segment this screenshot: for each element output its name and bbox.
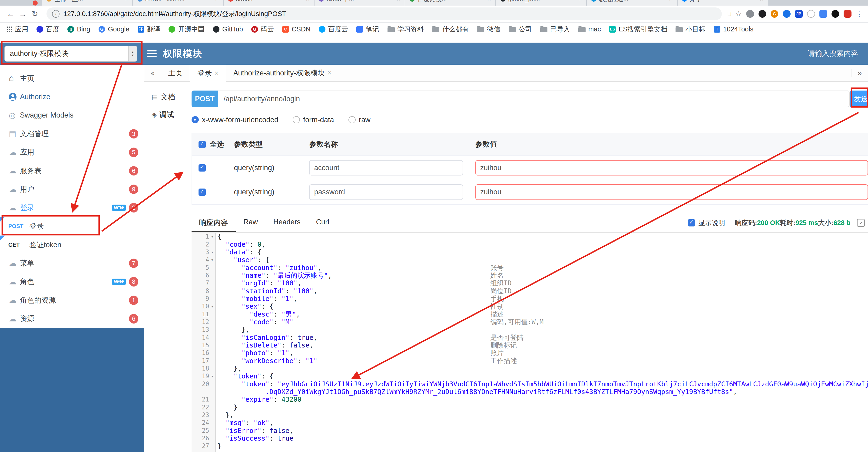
extension-icon-5[interactable] [807,10,815,18]
tab-close-icon[interactable]: × [306,0,309,3]
content-tab[interactable]: Authorize-authority-权限模块× [226,65,339,81]
bookmark-item[interactable]: 小目标 [676,25,706,34]
tab-close-icon[interactable]: × [215,69,218,77]
back-button[interactable] [4,9,17,19]
profile-avatar[interactable] [844,10,851,18]
site-info-icon[interactable]: i [52,10,60,18]
rail-item-调试[interactable]: ◈调试 [144,106,186,123]
fold-arrow-icon[interactable]: ▾ [209,303,215,310]
response-tab-Curl[interactable]: Curl [308,214,337,232]
sidebar-item-应用[interactable]: ☁应用5 [0,143,144,162]
sidebar-item-资源[interactable]: ☁资源6 [0,310,144,328]
bookmark-star-icon[interactable] [736,9,742,18]
forward-button[interactable] [17,9,29,19]
sidebar-item-Swagger Models[interactable]: ◎Swagger Models [0,106,144,124]
fold-arrow-icon[interactable]: ▾ [209,233,215,241]
row-checkbox[interactable] [198,164,206,172]
sidebar-endpoint-post[interactable]: POST登录 [0,217,144,235]
content-type-option[interactable]: raw [348,116,371,124]
sidebar-item-用户[interactable]: ☁用户9 [0,180,144,199]
sidebar-item-角色的资源[interactable]: ☁角色的资源1 [0,291,144,309]
tab-close-icon[interactable]: × [578,0,582,3]
bookmark-item[interactable]: 开源中国 [168,25,205,34]
bookmark-item[interactable]: mac [578,25,601,33]
browser-menu-icon[interactable] [856,10,863,18]
url-field[interactable]: i 127.0.0.1:8760/api/gate/doc.html#/auth… [46,7,722,20]
content-type-option[interactable]: form-data [293,116,334,124]
param-name-input[interactable] [309,160,463,176]
traffic-light-close-button[interactable] [33,0,38,5]
reload-button[interactable] [29,9,41,19]
extension-icon-3[interactable]: G [771,10,778,18]
radio-icon[interactable] [348,116,356,123]
extension-icon-4[interactable] [783,10,790,18]
bookmark-item[interactable]: 学习资料 [388,25,424,34]
show-desc-checkbox[interactable] [688,219,695,226]
select-all-checkbox[interactable] [198,141,206,148]
rail-item-文档[interactable]: ▤文档 [144,88,186,106]
sidebar-item-菜单[interactable]: ☁菜单7 [0,254,144,272]
bookmark-item[interactable]: 百度云 [319,25,348,34]
row-checkbox[interactable] [198,189,206,196]
bookmark-item[interactable]: bBing [67,25,90,33]
content-tab[interactable]: 主页 [161,65,190,81]
response-tab-Raw[interactable]: Raw [236,214,266,232]
browser-tab[interactable]: Node 平...× [314,0,405,6]
bookmark-item[interactable]: CCSDN [282,25,310,33]
bookmark-item[interactable]: G码云 [251,25,274,34]
extension-icon-2[interactable] [758,10,766,18]
extension-icon-jp[interactable]: JP [795,10,803,18]
extension-icon-1[interactable] [746,10,754,18]
browser-tab[interactable]: 极光推送...× [587,0,677,6]
bookmark-item[interactable]: 笔记 [356,25,379,34]
bookmark-item[interactable]: 应用 [7,25,28,34]
radio-icon[interactable] [293,116,300,123]
browser-tab[interactable]: LAND - Com...× [133,0,223,6]
bookmark-item[interactable]: 百度 [36,25,59,34]
sidebar-endpoint-get[interactable]: GET验证token [0,235,144,254]
browser-tab[interactable]: 全部 - 温...× [42,0,132,6]
sidebar-item-主页[interactable]: ⌂主页 [0,69,144,87]
tab-close-icon[interactable]: × [215,0,218,3]
tab-close-icon[interactable]: × [488,0,491,3]
browser-tab[interactable]: 知乎× [678,0,768,6]
send-button[interactable]: 发送 [849,90,868,107]
header-search-input[interactable]: 请输入搜索内容 [808,49,858,58]
bookmark-item[interactable]: 公司 [508,25,532,34]
bookmark-item[interactable]: 已导入 [540,25,570,34]
param-name-input[interactable] [309,184,463,200]
response-tab-响应内容[interactable]: 响应内容 [191,214,236,232]
extension-icon-6[interactable] [832,10,839,18]
tab-close-icon[interactable]: × [760,0,764,3]
param-value-input[interactable] [475,160,868,176]
api-path-field[interactable]: /api/authority/anno/login [218,90,850,107]
response-tab-Headers[interactable]: Headers [266,214,308,232]
tabs-expand-button[interactable]: » [851,69,868,77]
bookmark-item[interactable]: GGoogle [99,25,129,33]
fold-arrow-icon[interactable]: ▾ [209,248,215,256]
fold-arrow-icon[interactable]: ▾ [209,256,215,264]
bookmark-item[interactable]: ESES搜索引擎文档 [609,25,667,34]
menu-icon[interactable] [147,50,156,57]
sidebar-item-文档管理[interactable]: ▤文档管理3 [0,124,144,143]
translate-icon[interactable] [727,11,731,17]
content-tab[interactable]: 登录× [190,65,226,82]
fold-arrow-icon[interactable]: ▾ [209,372,215,380]
browser-tab[interactable]: habbs× [224,0,314,6]
sidebar-item-登录[interactable]: ☁登录NEW2 [0,199,144,217]
tab-close-icon[interactable]: × [124,0,128,3]
response-editor[interactable]: 1▾{2 "code": 0,3▾ "data": {4▾ "user": {5… [191,233,868,452]
bookmark-item[interactable]: T1024Tools [714,25,753,33]
tab-close-icon[interactable]: × [669,0,673,3]
browser-tab[interactable]: 百度热搜...× [405,0,495,6]
sidebar-item-Authorize[interactable]: Authorize [0,87,144,106]
tab-close-icon[interactable]: × [397,0,400,3]
sidebar-item-角色[interactable]: ☁角色NEW8 [0,273,144,291]
tab-close-icon[interactable]: × [328,69,332,77]
bookmark-item[interactable]: GitHub [213,25,243,33]
radio-icon[interactable] [191,116,199,123]
bookmark-item[interactable]: 微信 [477,25,500,34]
content-type-option[interactable]: x-www-form-urlencoded [191,116,278,124]
module-select[interactable]: authority-权限模块 [4,46,137,62]
bookmark-item[interactable]: 什么都有 [432,25,469,34]
